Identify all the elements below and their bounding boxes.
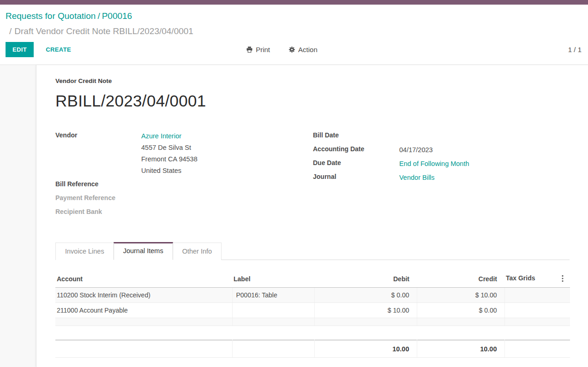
document-type-label: Vendor Credit Note xyxy=(55,77,570,84)
breadcrumb-separator: / xyxy=(9,26,14,36)
column-header-tax-grids-label: Tax Grids xyxy=(506,274,535,282)
breadcrumb-separator: / xyxy=(96,11,102,21)
cell-label xyxy=(232,303,314,318)
cell-credit: $ 10.00 xyxy=(417,288,504,303)
vendor-address-line: Fremont CA 94538 xyxy=(141,154,198,165)
payment-reference-label: Payment Reference xyxy=(55,193,141,201)
breadcrumb-p00016[interactable]: P00016 xyxy=(102,11,132,21)
cell-tax-grids xyxy=(504,288,570,303)
journal-link[interactable]: Vendor Bills xyxy=(399,174,435,181)
column-header-credit[interactable]: Credit xyxy=(417,272,504,288)
vendor-link[interactable]: Azure Interior xyxy=(141,132,181,140)
cell-debit: $ 10.00 xyxy=(314,303,417,318)
table-totals: 10.00 10.00 xyxy=(55,340,570,358)
due-date-link[interactable]: End of Following Month xyxy=(399,160,469,167)
accounting-date-value: 04/17/2023 xyxy=(399,144,433,156)
field-group-right: Bill Date Accounting Date 04/17/2023 Due… xyxy=(313,130,570,221)
field-group-left: Vendor Azure Interior 4557 De Silva St F… xyxy=(55,130,313,221)
breadcrumb-active-label: Draft Vendor Credit Note RBILL/2023/04/0… xyxy=(14,26,193,36)
action-button[interactable]: Action xyxy=(286,45,320,54)
cell-label: P00016: Table xyxy=(232,288,314,303)
bill-reference-label: Bill Reference xyxy=(55,179,141,188)
page-title: RBILL/2023/04/0001 xyxy=(55,92,570,110)
vendor-address-line: United States xyxy=(141,165,198,177)
due-date-label: Due Date xyxy=(313,158,399,166)
field-journal: Journal Vendor Bills xyxy=(313,172,570,186)
vendor-address-line: 4557 De Silva St xyxy=(141,142,198,154)
breadcrumb-requests-for-quotation[interactable]: Requests for Quotation xyxy=(6,11,96,21)
bill-date-label: Bill Date xyxy=(313,130,399,139)
journal-items-table: Account Label Debit Credit xyxy=(55,272,570,358)
field-recipient-bank: Recipient Bank xyxy=(55,207,313,221)
field-bill-date: Bill Date xyxy=(313,130,570,144)
recipient-bank-label: Recipient Bank xyxy=(55,207,141,215)
accounting-date-label: Accounting Date xyxy=(313,144,399,153)
cell-debit: $ 0.00 xyxy=(314,288,417,303)
control-panel-center-group: Print Action xyxy=(35,45,529,54)
print-button-label: Print xyxy=(256,46,270,53)
total-debit: 10.00 xyxy=(314,340,417,358)
breadcrumb-active: /Draft Vendor Credit Note RBILL/2023/04/… xyxy=(6,25,582,37)
control-panel-buttons: EDIT CREATE Print xyxy=(6,42,582,57)
cell-account: 110200 Stock Interim (Received) xyxy=(55,288,232,303)
vendor-value: Azure Interior 4557 De Silva St Fremont … xyxy=(141,130,198,177)
column-header-debit[interactable]: Debit xyxy=(314,272,417,288)
field-groups: Vendor Azure Interior 4557 De Silva St F… xyxy=(55,130,570,221)
table-row[interactable]: 211000 Account Payable $ 10.00 $ 0.00 xyxy=(55,303,570,318)
cell-account: 211000 Account Payable xyxy=(55,303,232,318)
cell-credit: $ 0.00 xyxy=(417,303,504,318)
printer-icon xyxy=(246,46,253,53)
tab-other-info[interactable]: Other Info xyxy=(173,243,222,260)
field-vendor: Vendor Azure Interior 4557 De Silva St F… xyxy=(55,130,313,177)
tab-journal-items[interactable]: Journal Items xyxy=(114,242,173,260)
breadcrumb: Requests for Quotation/P00016 xyxy=(6,10,582,22)
cell-tax-grids xyxy=(504,303,570,318)
field-due-date: Due Date End of Following Month xyxy=(313,158,570,172)
column-header-label[interactable]: Label xyxy=(232,272,314,288)
journal-label: Journal xyxy=(313,172,399,180)
field-payment-reference: Payment Reference xyxy=(55,193,313,207)
totals-row: 10.00 10.00 xyxy=(55,340,570,358)
field-accounting-date: Accounting Date 04/17/2023 xyxy=(313,144,570,158)
table-header-row: Account Label Debit Credit xyxy=(55,272,570,288)
column-header-account[interactable]: Account xyxy=(55,272,232,288)
total-credit: 10.00 xyxy=(417,340,504,358)
content-area: Vendor Credit Note RBILL/2023/04/0001 Ve… xyxy=(0,65,588,367)
column-header-tax-grids[interactable]: Tax Grids xyxy=(504,272,570,288)
pager[interactable]: 1 / 1 xyxy=(568,46,582,53)
table-row[interactable]: 110200 Stock Interim (Received) P00016: … xyxy=(55,288,570,303)
optional-columns-toggle-icon[interactable] xyxy=(562,275,564,284)
tab-invoice-lines[interactable]: Invoice Lines xyxy=(55,243,114,260)
table-row-empty xyxy=(55,318,570,326)
gear-icon xyxy=(288,46,295,53)
form-sheet: Vendor Credit Note RBILL/2023/04/0001 Ve… xyxy=(36,65,588,367)
control-panel: Requests for Quotation/P00016 /Draft Ven… xyxy=(0,5,588,65)
edit-button[interactable]: EDIT xyxy=(6,42,34,57)
action-button-label: Action xyxy=(298,46,318,53)
field-bill-reference: Bill Reference xyxy=(55,179,313,193)
notebook-tabs: Invoice Lines Journal Items Other Info xyxy=(55,242,570,260)
vendor-label: Vendor xyxy=(55,130,141,139)
print-button[interactable]: Print xyxy=(243,45,273,54)
brand-top-bar xyxy=(0,0,588,5)
